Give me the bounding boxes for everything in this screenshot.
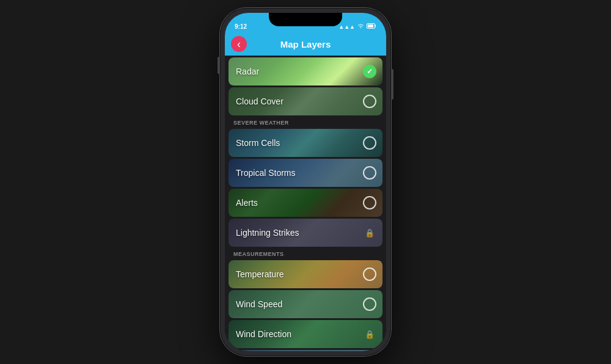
layer-label-radar: Radar: [229, 67, 363, 76]
layer-label-wind-speed: Wind Speed: [229, 299, 363, 309]
layer-item-storm-cells[interactable]: Storm Cells: [229, 129, 382, 157]
layer-label-storm-cells: Storm Cells: [229, 138, 363, 148]
back-button[interactable]: [231, 36, 247, 52]
layer-control-wind-direction[interactable]: 🔒: [363, 327, 376, 341]
battery-icon: [367, 23, 376, 30]
layer-label-temperature: Temperature: [229, 269, 363, 279]
radio-active-radar[interactable]: [363, 65, 376, 78]
status-icons: ▲▲▲: [338, 23, 376, 30]
layer-control-tropical-storms[interactable]: [363, 166, 376, 180]
layer-control-storm-cells[interactable]: [363, 136, 376, 150]
lock-icon-wind-direction: 🔒: [363, 327, 376, 341]
radio-wind-speed[interactable]: [363, 297, 376, 311]
notch: [269, 13, 342, 26]
status-time: 9:12: [235, 23, 247, 30]
section-measurements: MEASUREMENTS: [225, 249, 386, 258]
radio-tropical-storms[interactable]: [363, 166, 376, 180]
radio-storm-cells[interactable]: [363, 136, 376, 150]
radio-alerts[interactable]: [363, 196, 376, 209]
radio-cloud-cover[interactable]: [363, 95, 376, 108]
header: Map Layers: [225, 32, 386, 56]
page-title: Map Layers: [280, 39, 331, 49]
phone-device: 9:12 ▲▲▲: [220, 8, 391, 356]
layer-label-cloud-cover: Cloud Cover: [229, 96, 363, 106]
layer-control-wind-speed[interactable]: [363, 297, 376, 311]
layer-item-lightning-strikes[interactable]: Lightning Strikes 🔒: [229, 219, 382, 247]
layer-control-lightning-strikes[interactable]: 🔒: [363, 226, 376, 239]
layer-item-cloud-cover[interactable]: Cloud Cover: [229, 87, 382, 115]
layer-label-wind-direction: Wind Direction: [229, 329, 363, 339]
layer-item-temperature[interactable]: Temperature: [229, 260, 382, 288]
section-severe-weather: SEVERE WEATHER: [225, 117, 386, 127]
layer-item-tropical-storms[interactable]: Tropical Storms: [229, 159, 382, 187]
radio-temperature[interactable]: [363, 268, 376, 281]
layer-control-temperature[interactable]: [363, 268, 376, 281]
layer-item-wind-speed[interactable]: Wind Speed: [229, 290, 382, 318]
layer-item-wind-direction[interactable]: Wind Direction 🔒: [229, 320, 382, 348]
layer-label-tropical-storms: Tropical Storms: [229, 168, 363, 178]
layer-item-humidity[interactable]: Humidity 🔒: [229, 350, 382, 351]
layer-bg-humidity: [229, 350, 382, 351]
svg-rect-1: [368, 24, 373, 27]
phone-screen: 9:12 ▲▲▲: [225, 13, 386, 351]
wifi-icon: [357, 24, 364, 30]
signal-icon: ▲▲▲: [338, 24, 355, 30]
layer-label-alerts: Alerts: [229, 198, 363, 208]
layer-control-cloud-cover[interactable]: [363, 95, 376, 108]
layer-item-alerts[interactable]: Alerts: [229, 189, 382, 217]
layer-item-radar[interactable]: Radar: [229, 57, 382, 86]
layer-control-radar[interactable]: [363, 65, 376, 78]
layer-label-lightning-strikes: Lightning Strikes: [229, 228, 363, 238]
layer-control-alerts[interactable]: [363, 196, 376, 209]
layers-list: Radar Cloud Cover SEVERE WEATHER Storm C…: [225, 56, 386, 351]
lock-icon-lightning: 🔒: [363, 226, 376, 239]
